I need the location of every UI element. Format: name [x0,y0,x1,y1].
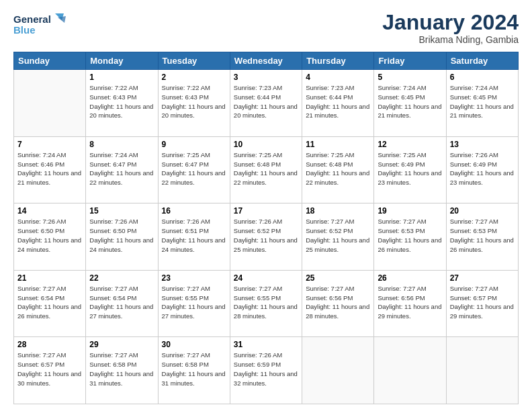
day-number: 26 [378,273,442,283]
week-row-1: 1Sunrise: 7:22 AM Sunset: 6:43 PM Daylig… [14,70,519,137]
day-info: Sunrise: 7:24 AM Sunset: 6:47 PM Dayligh… [89,150,154,187]
day-cell: 23Sunrise: 7:27 AM Sunset: 6:55 PM Dayli… [158,270,230,337]
day-info: Sunrise: 7:25 AM Sunset: 6:48 PM Dayligh… [306,150,370,187]
day-info: Sunrise: 7:27 AM Sunset: 6:52 PM Dayligh… [306,217,370,254]
day-info: Sunrise: 7:23 AM Sunset: 6:44 PM Dayligh… [234,83,298,120]
logo: General Blue [13,11,67,38]
day-cell: 28Sunrise: 7:27 AM Sunset: 6:57 PM Dayli… [14,337,86,404]
day-cell: 31Sunrise: 7:26 AM Sunset: 6:59 PM Dayli… [230,337,302,404]
day-cell: 15Sunrise: 7:26 AM Sunset: 6:50 PM Dayli… [86,203,158,271]
col-monday: Monday [86,52,158,70]
day-cell: 20Sunrise: 7:27 AM Sunset: 6:53 PM Dayli… [446,203,518,271]
day-number: 2 [162,73,226,82]
day-cell: 27Sunrise: 7:27 AM Sunset: 6:57 PM Dayli… [446,270,518,337]
day-number: 3 [234,73,298,82]
day-number: 16 [162,206,226,216]
day-cell: 4Sunrise: 7:23 AM Sunset: 6:44 PM Daylig… [302,70,374,137]
location: Brikama Nding, Gambia [382,34,519,45]
logo-svg: General Blue [13,11,67,38]
day-info: Sunrise: 7:27 AM Sunset: 6:57 PM Dayligh… [450,284,515,321]
day-number: 29 [89,340,154,349]
day-cell [14,70,86,137]
svg-text:Blue: Blue [13,24,36,36]
day-number: 4 [306,73,370,82]
day-info: Sunrise: 7:26 AM Sunset: 6:52 PM Dayligh… [234,217,298,254]
month-title: January 2024 [382,11,519,34]
day-cell [302,337,374,404]
day-cell: 6Sunrise: 7:24 AM Sunset: 6:45 PM Daylig… [446,70,518,137]
day-number: 12 [378,140,442,149]
day-cell: 18Sunrise: 7:27 AM Sunset: 6:52 PM Dayli… [302,203,374,271]
day-info: Sunrise: 7:27 AM Sunset: 6:53 PM Dayligh… [450,217,515,254]
day-cell [446,337,518,404]
day-cell: 3Sunrise: 7:23 AM Sunset: 6:44 PM Daylig… [230,70,302,137]
day-cell: 25Sunrise: 7:27 AM Sunset: 6:56 PM Dayli… [302,270,374,337]
day-number: 19 [378,206,442,216]
col-thursday: Thursday [302,52,374,70]
week-row-4: 21Sunrise: 7:27 AM Sunset: 6:54 PM Dayli… [14,270,519,337]
day-info: Sunrise: 7:27 AM Sunset: 6:53 PM Dayligh… [378,217,442,254]
day-info: Sunrise: 7:25 AM Sunset: 6:49 PM Dayligh… [378,150,442,187]
header: General Blue January 2024 Brikama Nding,… [13,11,519,45]
day-info: Sunrise: 7:26 AM Sunset: 6:50 PM Dayligh… [17,217,82,254]
day-number: 10 [234,140,298,149]
page: General Blue January 2024 Brikama Nding,… [0,0,532,411]
day-number: 25 [306,273,370,283]
week-row-3: 14Sunrise: 7:26 AM Sunset: 6:50 PM Dayli… [14,203,519,271]
day-number: 7 [17,140,82,149]
day-cell [374,337,446,404]
day-info: Sunrise: 7:26 AM Sunset: 6:51 PM Dayligh… [162,217,226,254]
day-info: Sunrise: 7:26 AM Sunset: 6:49 PM Dayligh… [450,150,515,187]
day-info: Sunrise: 7:24 AM Sunset: 6:45 PM Dayligh… [378,83,442,120]
day-number: 27 [450,273,515,283]
day-cell: 10Sunrise: 7:25 AM Sunset: 6:48 PM Dayli… [230,136,302,203]
day-number: 22 [89,273,154,283]
day-number: 11 [306,140,370,149]
day-number: 15 [89,206,154,216]
day-info: Sunrise: 7:27 AM Sunset: 6:55 PM Dayligh… [234,284,298,321]
day-number: 6 [450,73,515,82]
day-info: Sunrise: 7:23 AM Sunset: 6:44 PM Dayligh… [306,83,370,120]
day-number: 17 [234,206,298,216]
day-cell: 8Sunrise: 7:24 AM Sunset: 6:47 PM Daylig… [86,136,158,203]
day-info: Sunrise: 7:27 AM Sunset: 6:58 PM Dayligh… [89,351,154,387]
day-info: Sunrise: 7:27 AM Sunset: 6:57 PM Dayligh… [17,351,82,387]
day-cell: 16Sunrise: 7:26 AM Sunset: 6:51 PM Dayli… [158,203,230,271]
day-cell: 9Sunrise: 7:25 AM Sunset: 6:47 PM Daylig… [158,136,230,203]
week-row-2: 7Sunrise: 7:24 AM Sunset: 6:46 PM Daylig… [14,136,519,203]
day-number: 20 [450,206,515,216]
calendar-header-row: Sunday Monday Tuesday Wednesday Thursday… [14,52,519,70]
calendar-table: Sunday Monday Tuesday Wednesday Thursday… [13,52,519,404]
day-info: Sunrise: 7:24 AM Sunset: 6:45 PM Dayligh… [450,83,515,120]
col-wednesday: Wednesday [230,52,302,70]
day-cell: 12Sunrise: 7:25 AM Sunset: 6:49 PM Dayli… [374,136,446,203]
day-info: Sunrise: 7:27 AM Sunset: 6:54 PM Dayligh… [17,284,82,321]
day-number: 1 [89,73,154,82]
title-block: January 2024 Brikama Nding, Gambia [382,11,519,45]
day-info: Sunrise: 7:26 AM Sunset: 6:50 PM Dayligh… [89,217,154,254]
day-cell: 26Sunrise: 7:27 AM Sunset: 6:56 PM Dayli… [374,270,446,337]
day-info: Sunrise: 7:27 AM Sunset: 6:58 PM Dayligh… [162,351,226,387]
day-cell: 29Sunrise: 7:27 AM Sunset: 6:58 PM Dayli… [86,337,158,404]
day-info: Sunrise: 7:22 AM Sunset: 6:43 PM Dayligh… [89,83,154,120]
day-number: 21 [17,273,82,283]
day-number: 13 [450,140,515,149]
day-cell: 30Sunrise: 7:27 AM Sunset: 6:58 PM Dayli… [158,337,230,404]
week-row-5: 28Sunrise: 7:27 AM Sunset: 6:57 PM Dayli… [14,337,519,404]
day-number: 9 [162,140,226,149]
day-number: 8 [89,140,154,149]
day-number: 31 [234,340,298,349]
day-info: Sunrise: 7:22 AM Sunset: 6:43 PM Dayligh… [162,83,226,120]
day-info: Sunrise: 7:27 AM Sunset: 6:54 PM Dayligh… [89,284,154,321]
day-info: Sunrise: 7:25 AM Sunset: 6:47 PM Dayligh… [162,150,226,187]
day-number: 5 [378,73,442,82]
day-number: 30 [162,340,226,349]
day-cell: 5Sunrise: 7:24 AM Sunset: 6:45 PM Daylig… [374,70,446,137]
day-number: 14 [17,206,82,216]
day-cell: 21Sunrise: 7:27 AM Sunset: 6:54 PM Dayli… [14,270,86,337]
day-cell: 17Sunrise: 7:26 AM Sunset: 6:52 PM Dayli… [230,203,302,271]
col-saturday: Saturday [446,52,518,70]
col-sunday: Sunday [14,52,86,70]
day-info: Sunrise: 7:24 AM Sunset: 6:46 PM Dayligh… [17,150,82,187]
day-info: Sunrise: 7:27 AM Sunset: 6:56 PM Dayligh… [306,284,370,321]
